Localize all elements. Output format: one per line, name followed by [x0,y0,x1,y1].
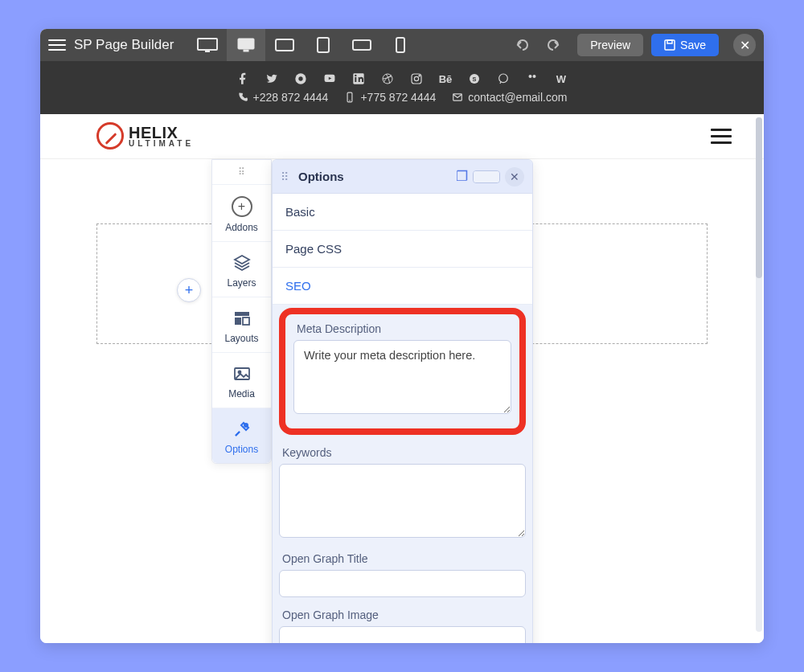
device-preview-group [188,29,420,61]
mobile-icon [344,92,355,103]
site-header: HELIX ULTIMATE [40,114,764,159]
svg-point-23 [499,74,508,83]
behance-icon[interactable]: Bē [438,72,453,86]
options-panel-body[interactable]: Basic Page CSS SEO Meta Description Keyw… [273,194,532,643]
twitter-icon[interactable] [265,72,279,86]
phone-icon [237,92,248,103]
device-tablet-portrait-icon[interactable] [304,29,343,61]
brand-text: HELIX ULTIMATE [129,125,194,147]
contact-row: +228 872 4444 +775 872 4444 contact@emai… [237,91,568,104]
svg-rect-6 [353,40,371,50]
app-title: SP Page Builder [74,37,174,53]
plus-circle-icon: + [232,196,252,217]
skype-icon[interactable]: S [467,72,482,86]
tools-icon [232,420,252,439]
og-image-label: Open Graph Image [282,608,523,621]
email-icon [452,92,463,103]
brand-logo-icon [96,122,124,150]
linkedin-icon[interactable] [351,72,366,86]
meta-description-highlight: Meta Description [279,308,526,435]
svg-point-19 [414,76,418,80]
seo-section-body: Meta Description Keywords Open Graph Tit… [273,305,532,643]
meta-description-input[interactable] [293,340,511,414]
svg-rect-9 [667,40,672,43]
svg-rect-32 [243,318,249,325]
panel-drag-handle[interactable]: ⠿ [281,170,290,183]
whatsapp-icon[interactable] [496,72,511,86]
rail-addons[interactable]: + Addons [212,185,271,242]
keywords-input[interactable] [279,464,526,538]
device-tablet-landscape-icon[interactable] [265,29,304,61]
svg-rect-5 [318,38,329,52]
close-builder-button[interactable]: ✕ [733,34,756,56]
svg-rect-30 [235,312,249,316]
device-phone-landscape-icon[interactable] [343,29,381,61]
rail-media[interactable]: Media [212,353,271,408]
instagram-icon[interactable] [409,72,424,86]
save-button-label: Save [680,39,706,51]
brand-logo-block[interactable]: HELIX ULTIMATE [96,122,194,150]
app-window: SP Page Builder Preview Save ✕ [40,29,764,643]
svg-marker-29 [235,256,249,264]
dribbble-icon[interactable] [380,72,395,86]
device-phone-portrait-icon[interactable] [381,29,420,61]
svg-rect-4 [276,39,293,51]
svg-rect-31 [235,318,241,325]
site-menu-button[interactable] [711,129,732,144]
scrollbar-thumb[interactable] [756,117,762,278]
rail-layers[interactable]: Layers [212,242,271,297]
rail-layouts[interactable]: Layouts [212,297,271,353]
youtube-icon[interactable] [322,72,337,86]
svg-point-25 [533,75,536,78]
svg-point-24 [529,75,532,78]
svg-rect-15 [355,77,356,82]
svg-rect-3 [244,50,248,51]
svg-point-20 [419,76,420,76]
section-page-css[interactable]: Page CSS [273,231,532,268]
device-desktop-wide-icon[interactable] [188,29,227,61]
svg-rect-8 [665,40,675,50]
preview-button[interactable]: Preview [577,34,643,56]
svg-point-11 [298,76,302,80]
device-desktop-icon[interactable] [227,29,265,61]
layouts-icon [232,309,252,328]
top-toolbar: SP Page Builder Preview Save ✕ [40,29,764,61]
flickr-icon[interactable] [525,72,539,86]
meta-description-label: Meta Description [297,322,508,335]
panel-layout-toggle[interactable] [473,170,500,183]
panel-dock-icon[interactable]: ❐ [456,168,468,185]
contact-phone-2: +775 872 4444 [344,91,436,104]
add-section-button[interactable]: + [177,278,201,302]
section-basic[interactable]: Basic [273,194,532,231]
save-button[interactable]: Save [651,34,719,56]
panel-close-button[interactable]: ✕ [505,167,524,186]
layers-icon [232,253,252,272]
svg-rect-7 [396,38,404,52]
menu-toggle-button[interactable] [48,39,66,51]
keywords-label: Keywords [282,446,523,459]
rail-drag-handle[interactable]: ⠿ [212,160,271,185]
contact-phone-1: +228 872 4444 [237,91,329,104]
options-panel: ⠿ Options ❐ ✕ Basic Page CSS SEO Meta De… [272,159,533,643]
section-seo[interactable]: SEO [273,268,532,305]
vk-icon[interactable]: W [554,72,568,86]
og-image-input[interactable] [279,626,526,643]
builder-canvas: + ⠿ + Addons Layers Layouts Med [40,159,764,643]
svg-text:S: S [473,76,477,83]
svg-point-35 [244,424,248,427]
options-panel-header: ⠿ Options ❐ ✕ [273,160,532,194]
rail-options[interactable]: Options [212,408,271,463]
undo-icon[interactable] [515,39,531,51]
pinterest-icon[interactable] [293,72,308,86]
social-icons-row: Bē S W [236,72,568,86]
undo-redo-group [515,39,561,51]
save-icon [664,39,675,51]
facebook-icon[interactable] [236,72,250,86]
redo-icon[interactable] [545,39,561,51]
og-title-input[interactable] [279,570,526,597]
svg-point-16 [355,75,356,76]
window-scrollbar[interactable] [756,117,762,632]
social-contact-bar: Bē S W +228 872 4444 +775 872 4444 conta… [40,61,764,114]
media-icon [232,364,252,383]
og-title-label: Open Graph Title [282,552,523,565]
